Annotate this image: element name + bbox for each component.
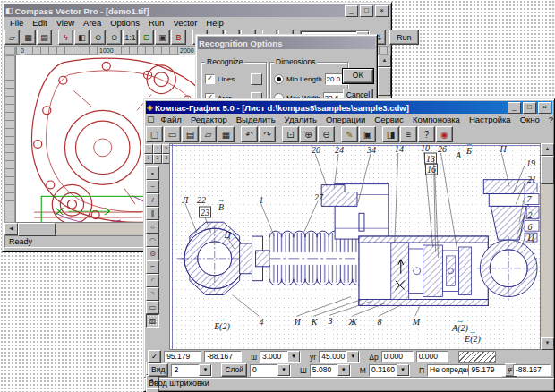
zoom-window-button[interactable]: ⊡ <box>282 126 299 142</box>
maximize-button[interactable]: □ <box>360 5 373 17</box>
layer-button[interactable]: Слой <box>221 363 247 377</box>
close-button[interactable]: × <box>538 102 551 114</box>
menu-item-Удалить[interactable]: Удалить <box>280 115 321 124</box>
menu-item-Vector[interactable]: Vector <box>168 18 201 28</box>
scroll-down-icon[interactable]: ▼ <box>541 337 554 350</box>
menu-item-?[interactable]: ? <box>544 115 555 124</box>
zoom-in-button[interactable]: ⊕ <box>90 30 106 45</box>
new-fragment-button[interactable]: ▭ <box>164 126 181 142</box>
dialog-titlebar[interactable]: Recognition Options <box>198 37 375 49</box>
save-button[interactable]: ▦ <box>21 30 36 45</box>
menu-item-Options[interactable]: Options <box>106 18 144 28</box>
zoom-out-button[interactable]: ⊖ <box>107 30 122 45</box>
menu-item-Run[interactable]: Run <box>144 18 168 28</box>
vector-titlebar[interactable]: ◧ Compass Vector Pro - [demo1.tif] _ □ × <box>4 4 389 17</box>
open-button[interactable]: ▱ <box>200 126 217 142</box>
style-spin-button[interactable] <box>251 73 262 85</box>
zoom-in-button[interactable]: ⊕ <box>300 126 317 142</box>
fillet-tool[interactable]: ◜ <box>146 274 159 287</box>
minimize-button[interactable]: _ <box>508 102 521 114</box>
kompas-vertical-scrollbar[interactable]: ▲ ▼ <box>541 143 552 350</box>
chamfer-tool[interactable]: ◝ <box>146 287 159 301</box>
redraw-button[interactable]: ✎ <box>341 126 358 142</box>
print-button[interactable]: ▤ <box>37 30 52 45</box>
menu-item-Файл[interactable]: Файл <box>157 115 186 124</box>
view-combo[interactable]: 2 ▾ <box>171 364 212 377</box>
scroll-thumb[interactable] <box>378 67 391 96</box>
dropdown-arrow-icon[interactable]: ▾ <box>278 364 290 376</box>
layer-combo[interactable]: 0 ▾ <box>250 364 291 377</box>
view-button[interactable]: Вид <box>148 363 168 377</box>
hatch-style-preview[interactable] <box>458 351 496 363</box>
help-select-button[interactable]: ? <box>418 126 435 142</box>
zoom-select-button[interactable]: ⊡ <box>139 30 154 45</box>
menu-item-Редактор[interactable]: Редактор <box>186 115 232 124</box>
undo-button[interactable]: ↶ <box>241 126 258 142</box>
dropdown-arrow-icon[interactable]: ▾ <box>337 364 350 376</box>
ellipse-tool[interactable]: ⊙ <box>146 247 159 260</box>
open-button[interactable]: ▱ <box>4 30 20 45</box>
min-length-radio[interactable] <box>274 74 284 84</box>
panel-page-1[interactable]: 1 <box>144 154 153 164</box>
arc-tool[interactable]: ◠ <box>146 234 159 247</box>
parallel-line-tool[interactable]: ∥ <box>146 207 159 220</box>
show-all-button[interactable]: ▣ <box>359 126 376 142</box>
scroll-up-icon[interactable]: ▲ <box>378 55 391 67</box>
pages-button[interactable]: ▣ <box>155 30 170 45</box>
geometry-panel-tab[interactable]: ◦ <box>144 144 153 154</box>
preview-button[interactable]: ◧ <box>74 30 90 45</box>
dimensions-panel-tab[interactable]: ↕ <box>153 144 162 154</box>
menu-item-Окно[interactable]: Окно <box>516 115 544 124</box>
step-combo[interactable]: 3.000 ▾ <box>260 351 301 363</box>
auto-point-button[interactable]: ✓ <box>148 350 161 363</box>
hatch-step-combo[interactable]: 5.080 ▾ <box>310 364 351 377</box>
point-tool[interactable]: • <box>146 166 159 180</box>
dropdown-arrow-icon[interactable]: ▾ <box>346 351 359 362</box>
run-button[interactable]: Run <box>389 30 419 45</box>
scroll-left-icon[interactable]: ◀ <box>4 223 18 235</box>
rectangle-tool[interactable]: ▭ <box>146 301 159 314</box>
menu-item-Help[interactable]: Help <box>201 18 228 28</box>
line-tool[interactable]: / <box>146 193 159 207</box>
close-button[interactable]: × <box>375 5 388 17</box>
menu-item-Компоновка[interactable]: Компоновка <box>408 115 465 124</box>
new-text-button[interactable]: ▤ <box>182 126 199 142</box>
scale-combo[interactable]: 0.3160 ▾ <box>369 364 410 377</box>
calculator-button[interactable]: ≡ <box>400 126 417 142</box>
scroll-up-icon[interactable]: ▲ <box>541 143 554 156</box>
dropdown-arrow-icon[interactable]: ▾ <box>199 364 211 376</box>
menu-item-File[interactable]: File <box>5 18 28 28</box>
vectorize-button[interactable]: ϟ <box>58 30 73 45</box>
menu-item-Area[interactable]: Area <box>79 18 106 28</box>
relative-x-field[interactable]: 0.000 <box>381 351 414 362</box>
scroll-thumb[interactable] <box>18 223 56 236</box>
circle-tool[interactable]: ○ <box>146 220 159 234</box>
lines-checkbox[interactable]: ✓ <box>205 74 215 84</box>
point-y-field[interactable]: -88.167 <box>204 351 242 362</box>
dropdown-arrow-icon[interactable]: ▾ <box>397 364 409 376</box>
kompas-titlebar[interactable]: ◈ Компас-График 5.0 - [Лист d:\kompas5\s… <box>146 101 552 114</box>
scroll-thumb[interactable] <box>541 156 554 184</box>
hatch-tool[interactable]: ▨ <box>146 314 159 328</box>
menu-item-Выделить[interactable]: Выделить <box>232 115 280 124</box>
menu-item-Edit[interactable]: Edit <box>28 18 51 28</box>
save-button[interactable]: ▦ <box>218 126 235 142</box>
zoom-out-button[interactable]: ⊖ <box>318 126 335 142</box>
menu-item-Настройка[interactable]: Настройка <box>465 115 516 124</box>
new-sheet-button[interactable]: ▢ <box>146 126 163 142</box>
menu-item-View[interactable]: View <box>52 18 79 28</box>
menu-item-Сервис[interactable]: Сервис <box>370 115 408 124</box>
minimize-button[interactable]: _ <box>345 5 358 17</box>
preview-button[interactable]: ◨ <box>382 126 399 142</box>
point-x-field[interactable]: 95.179 <box>164 351 201 362</box>
bitmap-button[interactable]: B <box>171 30 186 45</box>
kompas-canvas[interactable]: Л2223→ВЦ1272024341410131626→А→БН1921726Ц… <box>169 143 541 350</box>
ok-button[interactable]: OK <box>343 69 373 83</box>
actual-size-button[interactable]: 1:1 <box>123 30 138 45</box>
menu-item-Операции[interactable]: Операции <box>321 115 370 124</box>
maximize-button[interactable]: □ <box>523 102 536 114</box>
stop-command-button[interactable]: ◉ <box>436 126 453 142</box>
panel-page-2[interactable]: 2 <box>153 154 162 164</box>
curve-tool[interactable]: ≈ <box>146 260 159 274</box>
spline-tool[interactable]: ~ <box>146 180 159 193</box>
